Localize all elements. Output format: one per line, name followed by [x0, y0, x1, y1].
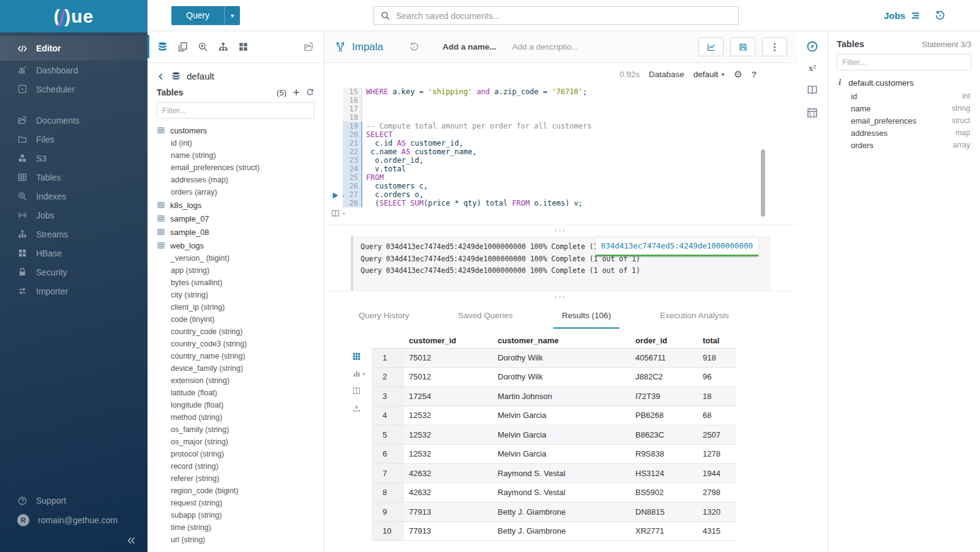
- right-column-addresses[interactable]: addressesmap: [828, 127, 980, 139]
- functions-icon[interactable]: x²: [809, 63, 816, 73]
- table-row[interactable]: 175012Dorothy Wilk4056711918: [372, 348, 736, 368]
- assist-column[interactable]: region_code (bigint): [157, 485, 324, 497]
- assist-column[interactable]: email_preferences (struct): [157, 162, 324, 174]
- assist-column[interactable]: os_family (string): [157, 423, 324, 436]
- assist-table-k8s-logs[interactable]: k8s_logs: [157, 198, 324, 212]
- editor-scrollbar[interactable]: [761, 149, 765, 217]
- save-button[interactable]: [730, 37, 755, 56]
- search-input[interactable]: [396, 11, 732, 21]
- sidebar-item-dashboard[interactable]: Dashboard: [0, 61, 148, 80]
- table-row[interactable]: 275012Dorothy WilkJ882C296: [372, 368, 736, 387]
- squares-icon[interactable]: [238, 41, 249, 53]
- assist-column[interactable]: request (string): [157, 497, 324, 509]
- table-row[interactable]: 512532Melvin GarciaB8623C2507: [372, 425, 736, 445]
- sql-editor[interactable]: ▾ ▾ 15WHERE a.key = 'shipping' and a.zip…: [324, 85, 797, 225]
- database-select[interactable]: default ▾: [694, 70, 725, 79]
- assist-column[interactable]: url (string): [157, 534, 324, 546]
- engine-selector[interactable]: Impala: [334, 41, 383, 53]
- query-description-field[interactable]: Add a descriptio...: [512, 42, 578, 51]
- assist-column[interactable]: addresses (map): [157, 174, 324, 186]
- assist-column[interactable]: client_ip (string): [157, 301, 324, 313]
- assist-column[interactable]: country_code (string): [157, 326, 324, 338]
- back-chevron-icon[interactable]: [157, 72, 165, 81]
- folder-doc-icon[interactable]: [303, 41, 315, 53]
- settings-gear-icon[interactable]: ⚙: [733, 69, 742, 80]
- sidebar-item-indexes[interactable]: Indexes: [0, 187, 148, 206]
- table-row[interactable]: 842632Raymond S. VestalBS59022798: [372, 483, 736, 503]
- right-column-name[interactable]: namestring: [828, 102, 980, 114]
- tab-query-history[interactable]: Query History: [350, 304, 418, 329]
- search-plus-icon[interactable]: [197, 41, 209, 53]
- assist-column[interactable]: longitude (float): [157, 399, 324, 411]
- assist-column[interactable]: _version_ (bigint): [157, 252, 324, 264]
- sidebar-item-documents[interactable]: Documents: [0, 111, 148, 130]
- new-query-button[interactable]: Query ▾: [171, 6, 240, 25]
- sidebar-item-s3[interactable]: S3: [0, 149, 148, 168]
- assist-column[interactable]: os_major (string): [157, 436, 324, 448]
- snippet-history-icon[interactable]: [409, 42, 419, 52]
- documents-copy-icon[interactable]: [177, 41, 189, 53]
- sidebar-item-support[interactable]: Support: [0, 491, 148, 510]
- assist-column[interactable]: orders (array): [157, 186, 324, 198]
- pane-resize-handle[interactable]: ···: [324, 225, 797, 236]
- more-actions-button[interactable]: ⋮: [762, 37, 787, 56]
- assist-table-web-logs[interactable]: web_logs: [157, 239, 324, 252]
- explain-book-button[interactable]: ▾: [331, 209, 345, 218]
- right-column-orders[interactable]: ordersarray: [828, 139, 980, 151]
- results-header-customer-id[interactable]: customer_id: [404, 336, 493, 345]
- databases-icon[interactable]: [157, 41, 168, 53]
- sidebar-collapse-icon[interactable]: «: [127, 531, 135, 548]
- query-dropdown-caret-icon[interactable]: ▾: [224, 6, 240, 25]
- columns-icon[interactable]: [352, 386, 361, 395]
- chart-view-button[interactable]: ▾: [352, 369, 365, 378]
- results-header-total[interactable]: total: [698, 336, 736, 345]
- active-table-row[interactable]: i default.customers: [828, 70, 980, 90]
- tab-saved-queries[interactable]: Saved Queries: [450, 304, 522, 329]
- table-row[interactable]: 317254Martin JohnsonI72T3918: [372, 387, 736, 406]
- add-table-icon[interactable]: [292, 88, 301, 97]
- sitemap-icon[interactable]: [217, 41, 229, 53]
- assist-table-sample-07[interactable]: sample_07: [157, 212, 324, 225]
- chart-button[interactable]: [698, 37, 724, 56]
- hue-logo[interactable]: (ʃ)ue: [0, 0, 148, 32]
- tab-results-106-[interactable]: Results (106): [553, 304, 619, 329]
- assist-column[interactable]: country_name (string): [157, 350, 324, 362]
- download-icon[interactable]: [352, 403, 361, 412]
- pane-resize-handle[interactable]: ···: [324, 291, 797, 302]
- assist-column[interactable]: id (int): [157, 137, 324, 149]
- help-icon[interactable]: ?: [752, 70, 757, 79]
- query-button-label[interactable]: Query: [171, 6, 224, 25]
- language-book-icon[interactable]: [806, 84, 818, 96]
- calendar-icon[interactable]: [806, 106, 818, 119]
- table-row[interactable]: 612532Melvin GarciaR9S8381278: [372, 445, 736, 464]
- grid-view-icon[interactable]: [352, 352, 361, 361]
- jobs-link[interactable]: Jobs: [884, 10, 921, 21]
- assist-table-sample-08[interactable]: sample_08: [157, 225, 324, 239]
- assist-column[interactable]: code (tinyint): [157, 313, 324, 326]
- sidebar-item-streams[interactable]: Streams: [0, 225, 148, 244]
- query-name-field[interactable]: Add a name...: [443, 42, 496, 51]
- sidebar-item-importer[interactable]: Importer: [0, 282, 148, 300]
- query-id-popover[interactable]: 034d413ec7474ed5:4249de1000000000: [596, 238, 758, 256]
- tab-execution-analysis[interactable]: Execution Analysis: [651, 304, 738, 329]
- sidebar-item-editor[interactable]: Editor: [0, 36, 148, 61]
- database-name[interactable]: default: [187, 71, 214, 81]
- assist-column[interactable]: protocol (string): [157, 448, 324, 460]
- assist-column[interactable]: extension (string): [157, 375, 324, 387]
- right-column-id[interactable]: idint: [828, 90, 980, 102]
- refresh-icon[interactable]: [306, 88, 315, 97]
- history-icon[interactable]: [934, 10, 946, 21]
- assist-column[interactable]: record (string): [157, 460, 324, 472]
- compass-icon[interactable]: [806, 40, 818, 53]
- sidebar-item-files[interactable]: Files: [0, 130, 148, 149]
- sidebar-item-hbase[interactable]: HBase: [0, 244, 148, 263]
- assist-column[interactable]: name (string): [157, 149, 324, 162]
- assist-column[interactable]: bytes (smallint): [157, 277, 324, 289]
- assist-column[interactable]: app (string): [157, 264, 324, 277]
- results-header-customer-name[interactable]: customer_name: [493, 336, 630, 345]
- sidebar-item-jobs[interactable]: Jobs: [0, 206, 148, 225]
- table-row[interactable]: 1077913Betty J. GiambroneXR27714315: [372, 522, 736, 542]
- sidebar-item-user[interactable]: R romain@gethue.com: [0, 510, 148, 530]
- assist-column[interactable]: subapp (string): [157, 509, 324, 521]
- right-filter-input[interactable]: [842, 58, 966, 67]
